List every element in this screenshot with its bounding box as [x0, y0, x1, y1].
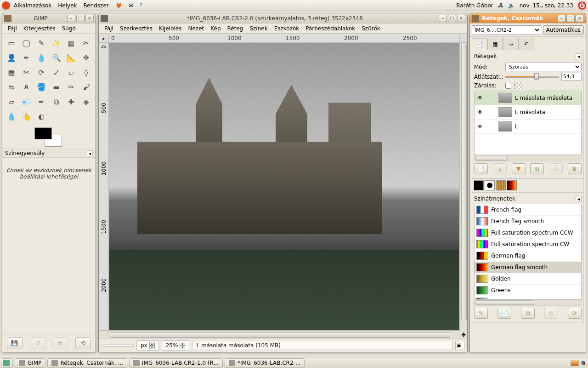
visibility-icon[interactable]: 👁	[476, 123, 484, 130]
show-desktop-button[interactable]	[2, 358, 13, 368]
swatch-brush[interactable]	[485, 180, 495, 190]
mail-icon[interactable]: ✉	[129, 2, 133, 9]
tool-dodge[interactable]: ◐	[35, 110, 48, 123]
tool-text[interactable]: A	[20, 80, 33, 93]
fg-color-swatch[interactable]	[34, 127, 52, 139]
gradient-row[interactable]: Golden	[475, 273, 581, 285]
unit-selector[interactable]: px▴▾	[136, 340, 159, 351]
panel-menu-icon[interactable]: ◂	[576, 53, 582, 59]
workspace-switcher[interactable]	[571, 360, 579, 366]
panel-menu-icon[interactable]: ◂	[576, 196, 582, 202]
toolbox-titlebar[interactable]: GIMP – □ ×	[2, 13, 96, 23]
close-button[interactable]: ×	[85, 15, 94, 22]
fg-bg-color[interactable]	[34, 127, 62, 147]
task-image1[interactable]: IMG_6036-LAB.CR2-1.0 (R...	[129, 358, 223, 368]
tool-smudge[interactable]: 👆	[20, 110, 33, 123]
menu-filters[interactable]: Szűrők	[359, 24, 383, 33]
menu-edit[interactable]: Szerkesztés	[117, 24, 155, 33]
ruler-origin[interactable]: ▸	[99, 34, 109, 43]
layer-row[interactable]: 👁L másolata másolata	[475, 91, 581, 105]
cancel-icon[interactable]: ▣	[455, 341, 464, 350]
tab-layers[interactable]: 📑	[472, 38, 487, 50]
firefox-icon[interactable]: 🦊	[115, 2, 122, 9]
swatch-fg[interactable]	[474, 180, 484, 190]
tool-perspective[interactable]: ◊	[80, 66, 93, 79]
minimize-button[interactable]: –	[439, 15, 447, 22]
refresh-gradient-button[interactable]: ⟳	[568, 308, 582, 319]
save-options-button[interactable]: 💾	[7, 337, 23, 349]
power-icon[interactable]: ⏻	[578, 1, 586, 10]
tool-bucket[interactable]: 🪣	[35, 80, 48, 93]
canvas[interactable]	[109, 43, 460, 331]
opacity-slider[interactable]	[505, 74, 559, 80]
gradient-row[interactable]: German flag smooth	[475, 262, 581, 273]
close-button[interactable]: ×	[576, 15, 584, 22]
layer-row[interactable]: 👁L másolata	[475, 105, 581, 120]
reset-options-button[interactable]: ⟲	[75, 337, 91, 349]
visibility-icon[interactable]: 👁	[476, 95, 484, 101]
new-layer-button[interactable]: 📄	[474, 163, 488, 174]
tool-airbrush[interactable]: 💨	[20, 95, 33, 108]
trash-icon[interactable]: 🗑	[581, 360, 586, 366]
tool-heal[interactable]: ✚	[65, 95, 78, 108]
tool-paths[interactable]: ✒	[20, 51, 33, 64]
volume-icon[interactable]: 🔈	[508, 2, 515, 9]
vertical-ruler[interactable]: 0 500 1000 1500 2000	[99, 43, 109, 331]
tool-scissors[interactable]: ✂	[80, 36, 93, 49]
menu-file[interactable]: Fájl	[102, 24, 116, 33]
menu-image[interactable]: Kép	[208, 24, 223, 33]
tool-shear[interactable]: ▱	[65, 66, 78, 79]
tool-blur[interactable]: 💧	[5, 110, 18, 123]
tool-blend[interactable]: ▬	[50, 80, 63, 93]
task-image2[interactable]: *IMG_6036-LAB.CR2-...	[225, 358, 305, 368]
tab-paths[interactable]: ↝	[503, 38, 519, 50]
edit-gradient-button[interactable]: ✎	[474, 308, 488, 319]
tool-crop[interactable]: ✂	[20, 66, 33, 79]
menu-view[interactable]: Nézet	[185, 24, 207, 33]
tool-perspective-clone[interactable]: ◈	[80, 95, 93, 108]
layer-row[interactable]: 👁L	[475, 120, 581, 134]
tool-pencil[interactable]: ✏	[65, 80, 78, 93]
tool-ellipse-select[interactable]: ◯	[20, 36, 33, 49]
new-gradient-button[interactable]: 📄	[498, 308, 511, 319]
minimize-button[interactable]: –	[557, 15, 565, 22]
menu-help[interactable]: Súgó	[59, 24, 79, 33]
apps-menu[interactable]: Alkalmazások	[14, 2, 51, 9]
network-icon[interactable]: 🖧	[498, 2, 503, 9]
gradient-row[interactable]: Full saturation spectrum CCW	[475, 227, 581, 239]
ubuntu-logo-icon[interactable]	[2, 1, 10, 10]
lock-alpha-icon[interactable]	[514, 82, 521, 89]
gradient-row[interactable]: Horizon 1	[475, 296, 581, 299]
tool-eraser[interactable]: ▱	[5, 95, 18, 108]
tool-paintbrush[interactable]: 🖌	[80, 80, 93, 93]
tool-fuzzy-select[interactable]: ✨	[50, 36, 63, 49]
tool-move[interactable]: ✥	[80, 51, 93, 64]
tool-by-color[interactable]: ▦	[65, 36, 78, 49]
swatch-pattern[interactable]	[496, 180, 506, 190]
help-icon[interactable]: ?	[140, 2, 142, 9]
auto-button[interactable]: Automatikus	[543, 25, 584, 34]
tool-rect-select[interactable]: ▭	[5, 36, 18, 49]
tool-measure[interactable]: 📐	[65, 51, 78, 64]
gradient-row[interactable]: German flag	[475, 250, 581, 262]
minimize-button[interactable]: –	[67, 15, 75, 22]
lower-layer-button[interactable]: ▼	[512, 163, 526, 174]
tool-scale[interactable]: ⤢	[50, 66, 63, 79]
duplicate-gradient-button[interactable]: ⧉	[521, 308, 535, 319]
places-menu[interactable]: Helyek	[58, 2, 77, 9]
gradient-row[interactable]: French flag	[475, 204, 581, 216]
menu-select[interactable]: Kijelölés	[156, 24, 185, 33]
gradient-row[interactable]: Full saturation spectrum CW	[475, 239, 581, 250]
tool-free-select[interactable]: ✎	[35, 36, 48, 49]
menu-tools[interactable]: Eszközök	[271, 24, 302, 33]
zoom-selector[interactable]: 25%▴▾	[162, 340, 190, 351]
maximize-button[interactable]: □	[566, 15, 575, 22]
tool-foreground[interactable]: 👤	[5, 51, 18, 64]
layers-titlebar[interactable]: Rétegek, Csatornák – □ ×	[470, 13, 586, 23]
tool-rotate[interactable]: ⟳	[35, 66, 48, 79]
image-titlebar[interactable]: *IMG_6036-LAB.CR2-2.0 (szürkeárnyalatos,…	[99, 13, 467, 23]
tool-clone[interactable]: ⧉	[50, 95, 63, 108]
tool-color-picker[interactable]: 💧	[35, 51, 48, 64]
close-button[interactable]: ×	[457, 15, 465, 22]
mode-selector[interactable]: Szorzás	[505, 63, 582, 71]
